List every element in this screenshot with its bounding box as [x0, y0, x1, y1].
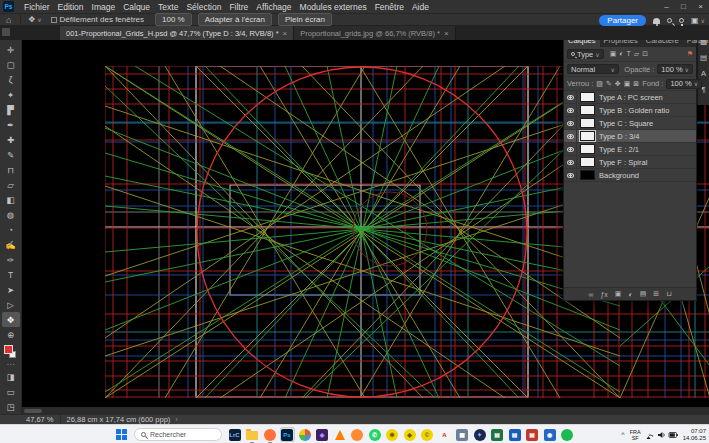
- menu-modules-externes[interactable]: Modules externes: [296, 0, 371, 13]
- menu-s-lection[interactable]: Sélection: [182, 0, 225, 13]
- layer-row[interactable]: Type C : Square: [564, 117, 696, 130]
- close-button[interactable]: ×: [692, 0, 709, 13]
- color-swatches[interactable]: [3, 344, 19, 358]
- new-layer-icon[interactable]: ⊞: [653, 290, 659, 298]
- taskbar-search[interactable]: Rechercher: [134, 428, 222, 441]
- hand-tool-icon[interactable]: ✥: [2, 312, 20, 327]
- object-selection-tool-icon[interactable]: ✦: [2, 87, 20, 102]
- layer-row[interactable]: Type B : Golden ratio: [564, 104, 696, 117]
- filter-type-layers-icon[interactable]: T: [627, 50, 631, 58]
- visibility-toggle[interactable]: [564, 143, 577, 156]
- maximize-button[interactable]: □: [675, 0, 692, 13]
- visibility-toggle[interactable]: [564, 91, 577, 104]
- smudge-tool-icon[interactable]: ✍: [2, 237, 20, 252]
- vlc-icon[interactable]: [333, 428, 346, 441]
- bell-icon[interactable]: [653, 18, 660, 24]
- calculator-icon[interactable]: ▦: [456, 428, 469, 441]
- move-tool-icon[interactable]: ✛: [2, 42, 20, 57]
- libraries-panel-icon[interactable]: ▤: [698, 49, 709, 65]
- close-icon[interactable]: ×: [283, 29, 288, 38]
- discover-icon[interactable]: [679, 18, 684, 23]
- pen-tool-icon[interactable]: ✑: [2, 252, 20, 267]
- layer-row[interactable]: Type F : Spiral: [564, 156, 696, 169]
- start-button[interactable]: [116, 429, 127, 440]
- workspace-switcher[interactable]: ▣∨: [691, 16, 705, 25]
- green-circle-app-icon[interactable]: [561, 428, 574, 441]
- visibility-toggle[interactable]: [564, 104, 577, 117]
- share-button[interactable]: Partager: [599, 15, 646, 26]
- gradient-tool-icon[interactable]: ◧: [2, 192, 20, 207]
- foreground-color-swatch[interactable]: [4, 345, 13, 354]
- layer-thumbnail[interactable]: [580, 92, 595, 102]
- healing-brush-tool-icon[interactable]: ✚: [2, 132, 20, 147]
- yellow-app-3-icon[interactable]: ©: [421, 428, 434, 441]
- layer-mask-icon[interactable]: ▣: [615, 290, 622, 298]
- lightroom-classic-icon[interactable]: LrC: [228, 428, 241, 441]
- menu-calque[interactable]: Calque: [119, 0, 154, 13]
- layer-thumbnail[interactable]: [580, 118, 595, 128]
- opacity-select[interactable]: 100 % ∨: [657, 64, 693, 74]
- filter-pixel-layers-icon[interactable]: ▣: [610, 50, 617, 58]
- screen-mode-icon[interactable]: ▭: [2, 384, 20, 399]
- purple-app-icon[interactable]: ◆: [316, 428, 329, 441]
- lock-position-icon[interactable]: ✥: [615, 80, 621, 88]
- status-chevron-icon[interactable]: ›: [175, 415, 178, 424]
- tab-jpg-document[interactable]: Proportional_grids.jpg @ 66,7% (RVB/8) *…: [294, 26, 455, 40]
- quick-mask-mode-icon[interactable]: ◨: [2, 369, 20, 384]
- close-icon[interactable]: ×: [444, 29, 449, 38]
- filter-shape-layers-icon[interactable]: ▱: [634, 50, 639, 58]
- photos-app-icon[interactable]: [298, 428, 311, 441]
- menu-aide[interactable]: Aide: [408, 0, 433, 13]
- acrobat-icon[interactable]: A: [438, 428, 451, 441]
- search-icon[interactable]: [667, 18, 672, 23]
- file-explorer-icon[interactable]: [246, 428, 259, 441]
- layer-row[interactable]: Background: [564, 169, 696, 182]
- layer-row[interactable]: Type A : PC screen: [564, 91, 696, 104]
- scrollbar-thumb[interactable]: [24, 409, 42, 413]
- clock[interactable]: 07:07 14.06.25: [683, 428, 706, 442]
- delete-layer-icon[interactable]: ⊔: [666, 290, 671, 298]
- horizontal-scrollbar[interactable]: [22, 407, 709, 414]
- layer-effects-icon[interactable]: ƒx: [600, 291, 607, 298]
- filter-adjustment-layers-icon[interactable]: ◐: [619, 50, 623, 58]
- fill-select[interactable]: 100 % ∨: [666, 79, 702, 89]
- tray-status-icons[interactable]: [646, 430, 678, 440]
- direct-selection-tool-icon[interactable]: ▷: [2, 297, 20, 312]
- zoom-tool-icon[interactable]: ⊕: [2, 327, 20, 342]
- red-app-icon[interactable]: ▤: [526, 428, 539, 441]
- filter-type-select[interactable]: Type ∨: [567, 49, 604, 59]
- layer-row[interactable]: Type E : 2/1: [564, 143, 696, 156]
- lock-transparency-icon[interactable]: ▨: [596, 80, 603, 88]
- more-tools-icon[interactable]: ⋯: [2, 360, 20, 369]
- dark-circle-app-icon[interactable]: ✦: [473, 428, 486, 441]
- menu-image[interactable]: Image: [88, 0, 120, 13]
- layer-row[interactable]: Type D : 3/4: [564, 130, 696, 143]
- zoom-level-field[interactable]: 47,67 %: [26, 415, 61, 424]
- menu-fen-tre[interactable]: Fenêtre: [371, 0, 408, 13]
- lasso-tool-icon[interactable]: ζ: [2, 72, 20, 87]
- fullscreen-button[interactable]: Plein écran: [278, 13, 332, 26]
- filter-toggle-icon[interactable]: ⚑: [687, 50, 693, 58]
- visibility-toggle[interactable]: [564, 117, 577, 130]
- language-indicator[interactable]: FRA SF: [630, 429, 641, 441]
- green-doc-app-icon[interactable]: ▤: [491, 428, 504, 441]
- crop-tool-icon[interactable]: ▛: [2, 102, 20, 117]
- menu-filtre[interactable]: Filtre: [225, 0, 252, 13]
- visibility-toggle[interactable]: [564, 156, 577, 169]
- zoom-100-button[interactable]: 100 %: [155, 13, 192, 26]
- layer-thumbnail[interactable]: [580, 157, 595, 167]
- fit-screen-button[interactable]: Adapter à l'écran: [198, 13, 272, 26]
- minimize-button[interactable]: –: [658, 0, 675, 13]
- new-group-icon[interactable]: ▤: [640, 290, 647, 298]
- layer-thumbnail[interactable]: [580, 170, 595, 180]
- visibility-toggle[interactable]: [564, 169, 577, 182]
- capture-frame-icon[interactable]: ◳: [2, 399, 20, 414]
- blur-tool-icon[interactable]: ◍: [2, 207, 20, 222]
- blue-circle-app-icon[interactable]: ◉: [543, 428, 556, 441]
- yellow-app-1-icon[interactable]: ✱: [386, 428, 399, 441]
- clone-stamp-tool-icon[interactable]: ⊓: [2, 162, 20, 177]
- layer-thumbnail[interactable]: [580, 105, 595, 115]
- adjustment-layer-icon[interactable]: ◐: [628, 291, 632, 298]
- layer-thumbnail[interactable]: [580, 131, 595, 141]
- hand-tool-preset[interactable]: ✥∨: [25, 15, 44, 24]
